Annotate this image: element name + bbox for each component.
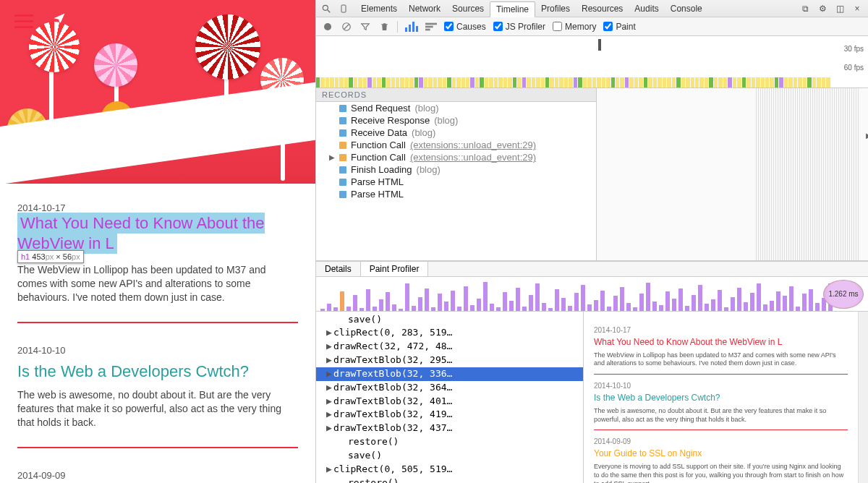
blog-page: 2014-10-17 What You Need to Know About t… — [0, 0, 315, 483]
tab-network[interactable]: Network — [403, 1, 446, 16]
post-date: 2014-10-10 — [17, 345, 298, 356]
tab-timeline[interactable]: Timeline — [490, 1, 535, 17]
dock-icon[interactable]: ◫ — [833, 4, 846, 14]
devtools-panel: Elements Network Sources Timeline Profil… — [315, 0, 868, 483]
paint-command-line[interactable]: ▶drawTextBlob(32, 401… — [316, 395, 583, 409]
fps-30-label: 30 fps — [844, 45, 864, 53]
blog-content: 2014-10-17 What You Need to Know About t… — [0, 184, 315, 483]
settings-icon[interactable]: ⚙ — [816, 4, 829, 14]
post-date: 2014-10-17 — [17, 202, 298, 213]
svg-point-0 — [323, 5, 328, 10]
menu-icon[interactable] — [14, 14, 33, 29]
records-list: RECORDS Send Request (blog)Receive Respo… — [316, 88, 597, 260]
record-row[interactable]: Parse HTML — [316, 176, 596, 188]
record-row[interactable]: Send Request (blog) — [316, 102, 596, 114]
check-paint[interactable]: Paint — [603, 22, 635, 32]
preview-body: The WebView in Lollipop has been updated… — [594, 351, 848, 368]
check-jsprofiler[interactable]: JS Profiler — [493, 22, 545, 32]
records-header: RECORDS — [316, 88, 596, 102]
paint-command-line[interactable]: ▶drawTextBlob(32, 437… — [316, 422, 583, 435]
element-dimensions-tooltip: h1 453px × 56px — [17, 250, 84, 263]
drawer-icon[interactable]: ⧉ — [799, 4, 812, 14]
scrollbar[interactable] — [858, 312, 868, 484]
divider — [17, 322, 298, 323]
check-memory[interactable]: Memory — [553, 22, 596, 32]
check-causes[interactable]: Causes — [444, 22, 486, 32]
preview-title: What You Need to Know About the WebView … — [594, 337, 848, 347]
paint-command-line[interactable]: ▶drawTextBlob(32, 336… — [316, 367, 583, 381]
paint-bar-chart[interactable]: 1.262 ms — [316, 277, 868, 312]
paint-command-line[interactable]: save() — [316, 313, 583, 327]
timeline-toolbar: Causes JS Profiler Memory Paint — [316, 17, 868, 36]
paint-command-line[interactable]: ▶drawTextBlob(32, 295… — [316, 354, 583, 367]
svg-rect-7 — [425, 25, 433, 27]
tab-details[interactable]: Details — [316, 262, 360, 276]
detail-tabstrip: Details Paint Profiler — [316, 261, 868, 277]
svg-line-1 — [328, 9, 331, 12]
tab-resources[interactable]: Resources — [576, 1, 629, 16]
fps-60-label: 60 fps — [844, 64, 864, 72]
clear-icon[interactable] — [341, 21, 352, 33]
paint-command-line[interactable]: ▶clipRect(0, 283, 519… — [316, 326, 583, 340]
post-body: The web is awesome, no doubt about it. B… — [17, 388, 298, 429]
post-body: The WebView in Lollipop has been updated… — [17, 263, 298, 304]
paint-preview: 2014-10-17 What You Need to Know About t… — [584, 312, 858, 484]
flame-chart[interactable]: ▶ — [597, 88, 868, 260]
paint-command-line[interactable]: save() — [316, 449, 583, 463]
post-title[interactable]: Is the Web a Developers Cwtch? — [17, 362, 298, 382]
devtools-tabstrip: Elements Network Sources Timeline Profil… — [316, 0, 868, 17]
tooltip-w: 453 — [32, 252, 45, 261]
tab-console[interactable]: Console — [665, 1, 708, 16]
view-flame-icon[interactable] — [425, 21, 437, 33]
record-icon[interactable] — [322, 21, 333, 33]
svg-rect-2 — [341, 5, 346, 12]
paint-command-line[interactable]: restore() — [316, 476, 583, 483]
view-bars-icon[interactable] — [405, 22, 418, 32]
tab-profiles[interactable]: Profiles — [535, 1, 576, 16]
paint-total-badge: 1.262 ms — [823, 280, 864, 309]
svg-rect-6 — [425, 22, 437, 25]
overview-strip — [316, 77, 830, 87]
paint-command-line[interactable]: ▶clipRect(0, 505, 519… — [316, 463, 583, 476]
preview-title: Your Guide to SSL on Nginx — [594, 448, 848, 458]
record-row[interactable]: Finish Loading (blog) — [316, 163, 596, 176]
tab-paint-profiler[interactable]: Paint Profiler — [360, 262, 429, 276]
preview-date: 2014-09-09 — [594, 437, 848, 445]
paint-command-line[interactable]: restore() — [316, 435, 583, 449]
tooltip-tag: h1 — [21, 252, 30, 261]
post-title-highlighted[interactable]: What You Need to Know About the WebView … — [17, 213, 265, 254]
timeline-overview[interactable]: 30 fps 60 fps — [316, 36, 868, 88]
preview-date: 2014-10-17 — [594, 326, 848, 334]
tooltip-h: 56 — [63, 252, 72, 261]
record-row[interactable]: Receive Data (blog) — [316, 127, 596, 139]
garbage-icon[interactable] — [378, 21, 390, 33]
preview-body: The web is awesome, no doubt about it. B… — [594, 407, 848, 424]
tab-sources[interactable]: Sources — [446, 1, 490, 16]
record-row[interactable]: Function Call (extensions::unload_event:… — [316, 139, 596, 151]
hero — [0, 0, 315, 184]
divider — [17, 447, 298, 448]
paint-command-line[interactable]: ▶drawRect(32, 472, 48… — [316, 340, 583, 354]
device-icon[interactable] — [338, 3, 349, 14]
tab-elements[interactable]: Elements — [355, 1, 403, 16]
svg-line-5 — [344, 24, 349, 29]
svg-rect-8 — [425, 28, 430, 30]
preview-title: Is the Web a Developers Cwtch? — [594, 393, 848, 403]
paint-command-log[interactable]: save()▶clipRect(0, 283, 519…▶drawRect(32… — [316, 312, 584, 484]
preview-date: 2014-10-10 — [594, 382, 848, 390]
preview-body: Everyone is moving to add SSL support on… — [594, 463, 848, 483]
svg-point-3 — [324, 23, 331, 30]
record-row[interactable]: Receive Response (blog) — [316, 114, 596, 127]
filter-icon[interactable] — [359, 21, 371, 33]
inspect-icon[interactable] — [320, 3, 332, 14]
paint-command-line[interactable]: ▶drawTextBlob(32, 364… — [316, 381, 583, 395]
record-row[interactable]: Parse HTML — [316, 188, 596, 200]
close-icon[interactable]: × — [851, 4, 864, 14]
tab-audits[interactable]: Audits — [629, 1, 664, 16]
divider — [594, 374, 848, 375]
record-row[interactable]: ▶Function Call (extensions::unload_event… — [316, 151, 596, 163]
divider — [594, 429, 848, 430]
post-date: 2014-09-09 — [17, 470, 298, 481]
paint-command-line[interactable]: ▶drawTextBlob(32, 419… — [316, 408, 583, 422]
